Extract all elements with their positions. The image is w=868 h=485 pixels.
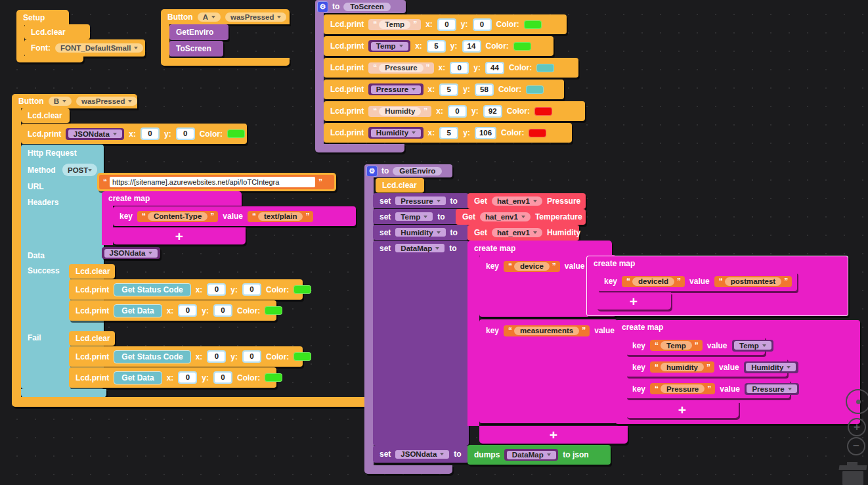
button-event-dropdown[interactable]: wasPressed	[225, 12, 287, 22]
sensor-dropdown[interactable]: hat_env1	[492, 228, 542, 237]
x-input[interactable]: 0	[207, 283, 226, 296]
call-getenviro-block[interactable]: GetEnviro	[169, 24, 228, 40]
variable-dropdown[interactable]: DataMap	[395, 244, 445, 252]
string-literal[interactable]: “Humidty”	[368, 106, 431, 117]
add-row-button[interactable]: +	[626, 401, 739, 418]
button-a-header[interactable]: Button A wasPressed	[161, 9, 290, 24]
color-swatch[interactable]	[293, 352, 311, 361]
y-input[interactable]: 0	[242, 283, 261, 296]
y-input[interactable]: 0	[242, 350, 261, 363]
x-input[interactable]: 5	[439, 83, 458, 96]
color-swatch[interactable]	[265, 373, 282, 382]
lcd-print-block[interactable]: Lcd.print Humidity x: 5 y: 106 Color:	[324, 123, 572, 143]
color-swatch[interactable]	[526, 85, 544, 94]
color-swatch[interactable]	[534, 107, 552, 116]
dumps-json-block[interactable]: dumps DataMap to json	[467, 445, 611, 465]
y-input[interactable]: 44	[485, 62, 504, 74]
x-input[interactable]: 0	[178, 304, 197, 317]
color-swatch[interactable]	[529, 129, 546, 137]
set-variable-block[interactable]: set Temp to	[373, 209, 469, 224]
variable-dropdown[interactable]: Temp	[395, 212, 433, 221]
function-getenviro-header[interactable]: ⚙ to GetEnviro	[364, 164, 452, 177]
function-toscreen-header[interactable]: ⚙ to ToScreen	[315, 0, 406, 13]
variable-socket[interactable]: Temp	[732, 340, 774, 352]
lcd-print-block[interactable]: Lcd.print Get Status Code x: 0 y: 0 Colo…	[69, 346, 303, 367]
blockly-workspace[interactable]: Setup Lcd.clear Font: FONT_DefaultSmall …	[0, 0, 868, 485]
variable-dropdown[interactable]: Humidity	[395, 228, 445, 237]
lcd-print-block[interactable]: Lcd.print Temp x: 5 y: 14 Color:	[324, 36, 553, 56]
get-data-block[interactable]: Get Data	[114, 304, 162, 317]
get-status-code-block[interactable]: Get Status Code	[114, 283, 190, 296]
set-variable-block[interactable]: set Pressure to	[373, 193, 469, 208]
lcd-print-block[interactable]: Lcd.print Pressure x: 5 y: 58 Color:	[324, 80, 564, 99]
variable-socket[interactable]: Humidity	[744, 361, 798, 373]
lcd-clear-block[interactable]: Lcd.clear	[24, 24, 90, 39]
y-input[interactable]: 0	[473, 18, 492, 31]
lcd-print-block[interactable]: Lcd.print “Humidty” x: 0 y: 92 Color:	[324, 101, 585, 121]
variable-socket[interactable]: Pressure	[745, 383, 799, 395]
button-id-dropdown[interactable]: A	[198, 12, 221, 22]
set-variable-block[interactable]: set Humidity to	[373, 225, 469, 240]
zoom-in-button[interactable]: +	[848, 418, 866, 436]
color-swatch[interactable]	[536, 64, 554, 72]
url-input[interactable]: https://[sitename].azurewebsites.net/api…	[110, 177, 315, 187]
lcd-clear-block[interactable]: Lcd.clear	[21, 108, 70, 123]
recenter-button[interactable]	[846, 389, 868, 414]
create-map-spine[interactable]	[102, 204, 113, 245]
y-input[interactable]: 106	[475, 127, 496, 139]
get-data-block[interactable]: Get Data	[114, 371, 162, 384]
y-input[interactable]: 14	[462, 40, 481, 53]
string-literal[interactable]: “text/plain”	[248, 211, 313, 222]
lcd-print-block[interactable]: Lcd.print Get Data x: 0 y: 0 Color:	[69, 367, 276, 388]
setup-block-spine[interactable]	[16, 24, 24, 57]
trash-button[interactable]	[838, 461, 868, 485]
function-getenviro-spine[interactable]	[364, 176, 374, 467]
variable-socket[interactable]: DataMap	[504, 449, 558, 461]
map-key-row[interactable]: key “measurements” value	[479, 319, 617, 423]
string-literal[interactable]: “Pressure”	[368, 62, 433, 74]
function-toscreen-foot[interactable]	[315, 144, 404, 152]
lcd-print-block[interactable]: Lcd.print JSONdata x: 0 y: 0 Color:	[21, 124, 247, 144]
setup-block-foot[interactable]	[16, 56, 83, 62]
x-input[interactable]: 0	[448, 105, 467, 118]
button-b-header[interactable]: Button B wasPressed	[12, 94, 137, 108]
lcd-clear-block[interactable]: Lcd.clear	[376, 178, 424, 193]
x-input[interactable]: 0	[178, 371, 197, 384]
setup-block-header[interactable]: Setup	[16, 10, 69, 25]
set-datamap-block[interactable]: set DataMap to	[373, 241, 469, 446]
color-swatch[interactable]	[524, 20, 542, 29]
variable-dropdown[interactable]: Pressure	[395, 196, 445, 205]
button-a-spine[interactable]	[161, 23, 169, 58]
gear-icon[interactable]: ⚙	[317, 1, 328, 12]
font-block[interactable]: Font: FONT_DefaultSmall	[24, 39, 145, 57]
create-map-block[interactable]: create map	[102, 191, 242, 206]
map-key-row[interactable]: key “humidity” value Humidity	[626, 358, 787, 377]
x-input[interactable]: 5	[439, 127, 458, 139]
button-a-foot[interactable]	[161, 58, 290, 66]
map-key-row[interactable]: key “Content-Type” value “text/plain”	[113, 206, 356, 226]
map-key-row[interactable]: key “Temp” value Temp	[626, 336, 765, 355]
button-b-spine[interactable]	[12, 107, 21, 398]
lcd-clear-block[interactable]: Lcd.clear	[69, 264, 115, 279]
function-toscreen-spine[interactable]	[315, 12, 324, 145]
add-row-button[interactable]: +	[113, 227, 246, 244]
zoom-out-button[interactable]: −	[847, 437, 865, 455]
string-literal[interactable]: “measurements”	[504, 325, 590, 336]
string-literal[interactable]: “device”	[504, 261, 560, 272]
variable-dropdown[interactable]: JSONdata	[395, 450, 449, 459]
get-sensor-block[interactable]: Get hat_env1 Humidity	[467, 225, 579, 241]
color-swatch[interactable]	[227, 129, 245, 138]
get-sensor-block[interactable]: Get hat_env1 Pressure	[467, 193, 586, 209]
create-map-block[interactable]: create map	[467, 241, 612, 256]
x-input[interactable]: 0	[207, 350, 226, 363]
button-b-foot[interactable]	[12, 397, 391, 407]
lcd-print-block[interactable]: Lcd.print Get Status Code x: 0 y: 0 Colo…	[69, 279, 303, 300]
y-input[interactable]: 0	[176, 127, 195, 140]
color-swatch[interactable]	[265, 306, 282, 315]
function-getenviro-foot[interactable]	[364, 465, 452, 474]
sensor-dropdown[interactable]: hat_env1	[492, 196, 542, 206]
string-literal[interactable]: “Pressure”	[650, 383, 715, 394]
string-literal[interactable]: “humidity”	[650, 361, 714, 373]
lcd-print-block[interactable]: Lcd.print “Temp” x: 0 y: 0 Color:	[324, 14, 567, 34]
gear-icon[interactable]: ⚙	[366, 166, 378, 177]
